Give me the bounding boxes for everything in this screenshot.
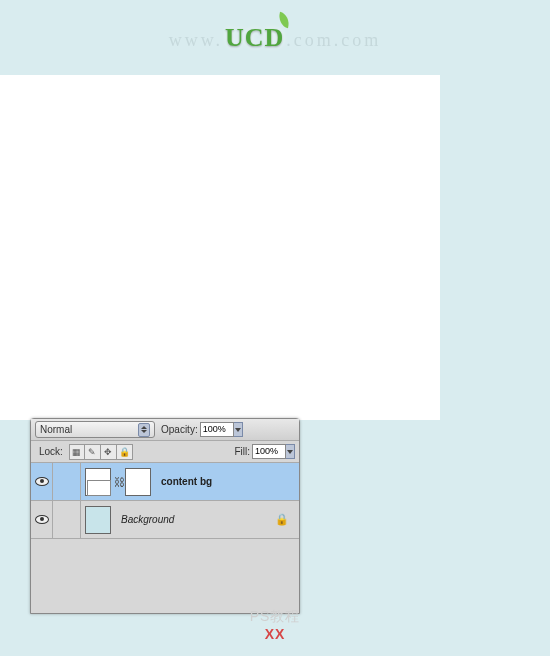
fill-label: Fill: <box>234 446 250 457</box>
fill-dropdown-icon[interactable] <box>286 444 295 459</box>
mask-link-icon[interactable]: ⛓ <box>114 476 122 488</box>
layers-list: ⛓ content bg Background 🔒 <box>31 463 299 613</box>
canvas-area <box>0 75 440 420</box>
lock-image-button[interactable]: ✎ <box>85 444 101 460</box>
link-column <box>53 463 81 500</box>
url-suffix: .com.com <box>286 30 381 50</box>
blend-mode-value: Normal <box>40 424 72 435</box>
layers-panel: Normal Opacity: 100% Lock: ▦ ✎ ✥ 🔒 Fill:… <box>30 418 300 614</box>
mask-thumbnail[interactable] <box>125 468 151 496</box>
visibility-toggle[interactable] <box>31 501 53 538</box>
brand-logo: UCD <box>225 23 284 52</box>
lock-label: Lock: <box>39 446 63 457</box>
lock-icon: 🔒 <box>275 513 289 526</box>
lock-transparency-button[interactable]: ▦ <box>69 444 85 460</box>
watermark-xx: XX <box>265 626 286 642</box>
layer-name[interactable]: content bg <box>161 476 212 487</box>
eye-icon <box>35 477 49 486</box>
layer-thumbnails: ⛓ <box>81 468 155 496</box>
url-prefix: www. <box>169 30 223 50</box>
lock-fill-row: Lock: ▦ ✎ ✥ 🔒 Fill: 100% <box>31 441 299 463</box>
visibility-toggle[interactable] <box>31 463 53 500</box>
layer-name[interactable]: Background <box>121 514 174 525</box>
lock-all-button[interactable]: 🔒 <box>117 444 133 460</box>
watermark: PS教程 XX <box>0 608 550 642</box>
layer-row[interactable]: ⛓ content bg <box>31 463 299 501</box>
blend-mode-dropdown[interactable]: Normal <box>35 421 155 438</box>
blend-opacity-row: Normal Opacity: 100% <box>31 419 299 441</box>
page-header: www.UCD.com.com <box>0 0 550 75</box>
layer-thumbnail[interactable] <box>85 506 111 534</box>
watermark-text: PS教程 <box>250 608 301 624</box>
layer-thumbnail[interactable] <box>85 468 111 496</box>
layer-thumbnails <box>81 506 115 534</box>
layer-row[interactable]: Background 🔒 <box>31 501 299 539</box>
opacity-dropdown-icon[interactable] <box>234 422 243 437</box>
lock-buttons: ▦ ✎ ✥ 🔒 <box>69 444 133 460</box>
fill-input[interactable]: 100% <box>252 444 286 459</box>
opacity-input[interactable]: 100% <box>200 422 234 437</box>
lock-position-button[interactable]: ✥ <box>101 444 117 460</box>
site-url: www.UCD.com.com <box>169 23 382 53</box>
opacity-label: Opacity: <box>161 424 198 435</box>
link-column <box>53 501 81 538</box>
stepper-icon <box>138 423 150 437</box>
eye-icon <box>35 515 49 524</box>
